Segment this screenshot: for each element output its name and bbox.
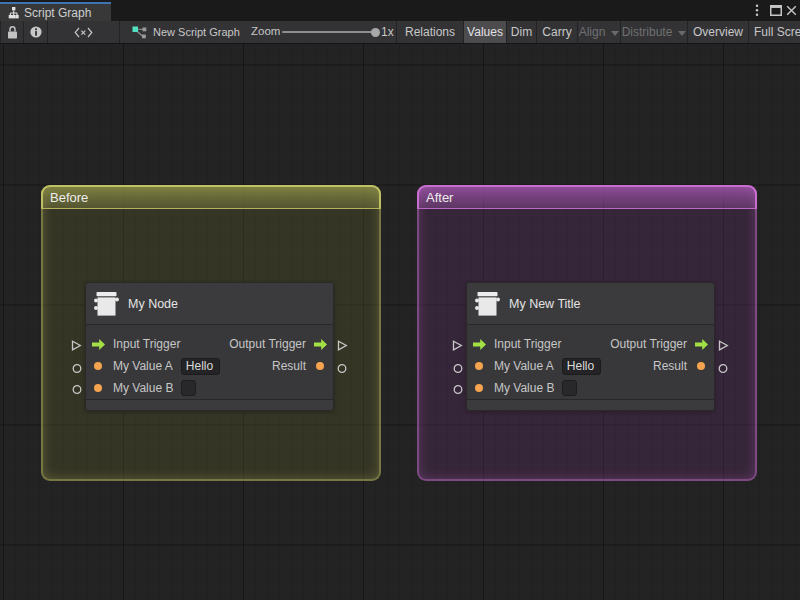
info-button[interactable] xyxy=(24,21,48,43)
zoom-value: 1x xyxy=(381,25,394,39)
control-port-arrow-icon xyxy=(694,338,709,351)
node-header[interactable]: My Node xyxy=(86,283,333,325)
graph-node-icon xyxy=(132,25,147,39)
port-row-value-b: My Value B xyxy=(86,377,333,399)
toolbar-button-overview[interactable]: Overview xyxy=(688,21,749,43)
toolbar-button-fullscreen[interactable]: Full Screen xyxy=(749,21,800,43)
close-icon xyxy=(786,5,797,16)
outer-value-output-port[interactable] xyxy=(717,363,728,374)
node-title: My New Title xyxy=(509,297,581,311)
port-output-trigger[interactable]: Output Trigger xyxy=(610,333,714,355)
dropdown-arrow-icon xyxy=(678,31,686,36)
control-port-arrow-icon xyxy=(313,338,328,351)
node-my-node[interactable]: My Node Input Trigger Output Trigger xyxy=(85,282,334,411)
code-view-button[interactable] xyxy=(48,21,120,43)
outer-value-input-port-a[interactable] xyxy=(453,363,464,374)
window-menu-button[interactable] xyxy=(749,2,766,20)
value-port-dot-icon xyxy=(94,362,102,370)
dropdown-arrow-icon xyxy=(611,31,619,36)
tab-label: Script Graph xyxy=(24,6,91,20)
node-footer xyxy=(86,399,333,410)
outer-control-input-port[interactable] xyxy=(452,340,463,351)
graph-info-cell: New Script Graph Zoom 1x xyxy=(120,21,397,43)
zoom-slider-knob[interactable] xyxy=(371,28,380,37)
outer-value-input-port-b[interactable] xyxy=(453,384,464,395)
node-footer xyxy=(467,399,714,410)
value-port-dot-icon xyxy=(94,384,102,392)
maximize-icon xyxy=(770,5,782,16)
node-my-new-title[interactable]: My New Title Input Trigger Output Trigge… xyxy=(466,282,715,411)
kebab-menu-icon xyxy=(755,4,759,17)
node-title: My Node xyxy=(128,297,178,311)
port-my-value-a[interactable]: My Value A Hello xyxy=(467,355,601,377)
group-after-header[interactable]: After xyxy=(417,185,757,209)
value-b-checkbox[interactable] xyxy=(181,380,196,396)
info-icon xyxy=(30,26,42,38)
group-before-title: Before xyxy=(50,190,88,205)
value-a-input[interactable]: Hello xyxy=(181,358,220,375)
port-input-trigger[interactable]: Input Trigger xyxy=(467,333,561,355)
value-port-dot-icon xyxy=(316,362,324,370)
unit-icon xyxy=(93,291,119,317)
control-port-arrow-icon xyxy=(472,338,487,351)
value-port-dot-icon xyxy=(475,362,483,370)
outer-value-input-port-a[interactable] xyxy=(72,363,83,374)
port-row-value-b: My Value B xyxy=(467,377,714,399)
tab-script-graph[interactable]: Script Graph xyxy=(0,2,111,21)
port-my-value-a[interactable]: My Value A Hello xyxy=(86,355,220,377)
node-header[interactable]: My New Title xyxy=(467,283,714,325)
value-b-checkbox[interactable] xyxy=(562,380,577,396)
port-row-spacer xyxy=(328,377,333,399)
toolbar: New Script Graph Zoom 1x Relations Value… xyxy=(0,21,800,44)
script-graph-icon xyxy=(7,6,20,19)
lock-icon xyxy=(7,26,18,39)
port-my-value-b[interactable]: My Value B xyxy=(467,377,577,399)
toolbar-button-distribute[interactable]: Distribute xyxy=(621,21,688,43)
toolbar-button-values[interactable]: Values xyxy=(464,21,507,43)
control-port-arrow-icon xyxy=(91,338,106,351)
outer-value-input-port-b[interactable] xyxy=(72,384,83,395)
port-row-value-a: My Value A Hello Result xyxy=(467,355,714,377)
outer-control-output-port[interactable] xyxy=(337,340,348,351)
port-row-value-a: My Value A Hello Result xyxy=(86,355,333,377)
port-result[interactable]: Result xyxy=(272,355,333,377)
toolbar-button-dim[interactable]: Dim xyxy=(507,21,537,43)
node-body: Input Trigger Output Trigger My Value A … xyxy=(467,325,714,399)
outer-control-output-port[interactable] xyxy=(718,340,729,351)
port-output-trigger[interactable]: Output Trigger xyxy=(229,333,333,355)
zoom-label: Zoom xyxy=(251,25,280,37)
group-after-title: After xyxy=(426,190,453,205)
port-input-trigger[interactable]: Input Trigger xyxy=(86,333,180,355)
window-close-button[interactable] xyxy=(783,2,800,20)
graph-canvas[interactable]: Before After xyxy=(0,44,800,600)
window-maximize-button[interactable] xyxy=(767,2,784,20)
group-before-header[interactable]: Before xyxy=(41,185,381,209)
toolbar-button-align[interactable]: Align xyxy=(578,21,621,43)
port-my-value-b[interactable]: My Value B xyxy=(86,377,196,399)
port-row-triggers: Input Trigger Output Trigger xyxy=(86,333,333,355)
outer-value-output-port[interactable] xyxy=(336,363,347,374)
port-row-spacer xyxy=(709,377,714,399)
node-body: Input Trigger Output Trigger My Value A … xyxy=(86,325,333,399)
outer-control-input-port[interactable] xyxy=(71,340,82,351)
code-icon xyxy=(74,27,93,38)
port-result[interactable]: Result xyxy=(653,355,714,377)
value-port-dot-icon xyxy=(697,362,705,370)
toolbar-button-relations[interactable]: Relations xyxy=(397,21,464,43)
graph-name: New Script Graph xyxy=(153,26,240,38)
tab-bar: Script Graph xyxy=(0,0,800,21)
toolbar-button-carry[interactable]: Carry xyxy=(537,21,578,43)
value-port-dot-icon xyxy=(475,384,483,392)
lock-button[interactable] xyxy=(0,21,24,43)
zoom-slider[interactable] xyxy=(282,31,376,33)
window-controls xyxy=(740,0,800,21)
unit-icon xyxy=(474,291,500,317)
port-row-triggers: Input Trigger Output Trigger xyxy=(467,333,714,355)
value-a-input[interactable]: Hello xyxy=(562,358,601,375)
